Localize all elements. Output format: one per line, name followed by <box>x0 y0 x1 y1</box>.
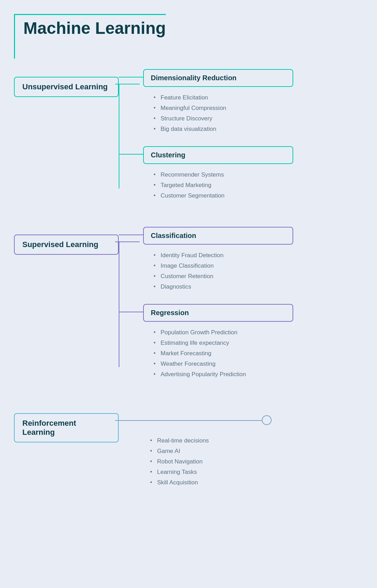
list-item: Advertising Popularity Prediction <box>154 369 293 380</box>
sub-col-unsupervised: Dimensionality Reduction Feature Elicita… <box>119 69 293 209</box>
h-line-classification <box>119 235 143 235</box>
category-node-supervised: Supervised Learning <box>14 235 119 255</box>
sub-node-regression: Regression <box>143 304 293 322</box>
diagram-container: Machine Learning Unsupervised Learning D… <box>14 14 293 496</box>
section-supervised: Supervised Learning Classification Ident… <box>14 227 293 388</box>
bullet-list-classification: Identity Fraud Detection Image Classific… <box>143 245 293 300</box>
v-line-unsupervised <box>119 84 119 188</box>
list-item: Population Growth Prediction <box>154 327 293 338</box>
category-col-supervised: Supervised Learning <box>14 227 119 255</box>
h-line-dim <box>119 77 143 77</box>
list-item: Game AI <box>150 446 293 456</box>
sub-section-regression: Regression Population Growth Prediction … <box>143 304 293 388</box>
section-unsupervised: Unsupervised Learning Dimensionality Red… <box>14 69 293 209</box>
sub-section-clustering: Clustering Recommender Systems Targeted … <box>143 146 293 209</box>
bullet-list-reinforcement: Real-time decisions Game AI Robot Naviga… <box>143 430 293 496</box>
title-bracket: Machine Learning <box>14 14 166 59</box>
list-item: Targeted Marketing <box>154 180 293 191</box>
page-title: Machine Learning <box>23 18 166 38</box>
list-item: Feature Elicitation <box>154 92 293 103</box>
sub-section-dim-reduction: Dimensionality Reduction Feature Elicita… <box>143 69 293 143</box>
list-item: Estimating life expectancy <box>154 338 293 348</box>
bullet-list-clustering: Recommender Systems Targeted Marketing C… <box>143 164 293 209</box>
list-item: Identity Fraud Detection <box>154 250 293 261</box>
category-col-reinforcement: Reinforcement Learning <box>14 405 119 442</box>
list-item: Market Forecasting <box>154 348 293 359</box>
bullet-list-dim-reduction: Feature Elicitation Meaningful Compressi… <box>143 87 293 143</box>
category-node-unsupervised: Unsupervised Learning <box>14 77 119 97</box>
list-item: Learning Tasks <box>150 467 293 477</box>
list-item: Image Classification <box>154 261 293 271</box>
h-line-clustering <box>119 154 143 155</box>
list-item: Diagnostics <box>154 282 293 292</box>
h-line-regression <box>119 312 143 312</box>
sub-node-classification: Classification <box>143 227 293 245</box>
list-item: Customer Retention <box>154 271 293 282</box>
bullet-list-regression: Population Growth Prediction Estimating … <box>143 322 293 388</box>
category-node-reinforcement: Reinforcement Learning <box>14 413 119 442</box>
sub-col-supervised: Classification Identity Fraud Detection … <box>119 227 293 388</box>
list-item: Weather Forecasting <box>154 359 293 369</box>
v-line-supervised <box>119 241 119 367</box>
list-item: Real-time decisions <box>150 436 293 446</box>
list-item: Big data visualization <box>154 124 293 134</box>
list-item: Robot Navigation <box>150 456 293 467</box>
category-col-unsupervised: Unsupervised Learning <box>14 69 119 97</box>
list-item: Skill Acquisition <box>150 477 293 488</box>
list-item: Structure Discovery <box>154 113 293 124</box>
sub-node-dim-reduction: Dimensionality Reduction <box>143 69 293 87</box>
sub-section-classification: Classification Identity Fraud Detection … <box>143 227 293 300</box>
list-item: Meaningful Compression <box>154 103 293 113</box>
sub-col-reinforcement: Real-time decisions Game AI Robot Naviga… <box>119 405 293 496</box>
list-item: Customer Segmentation <box>154 191 293 201</box>
sub-node-clustering: Clustering <box>143 146 293 164</box>
list-item: Recommender Systems <box>154 170 293 180</box>
section-reinforcement: Reinforcement Learning Real-time decisio… <box>14 405 293 496</box>
